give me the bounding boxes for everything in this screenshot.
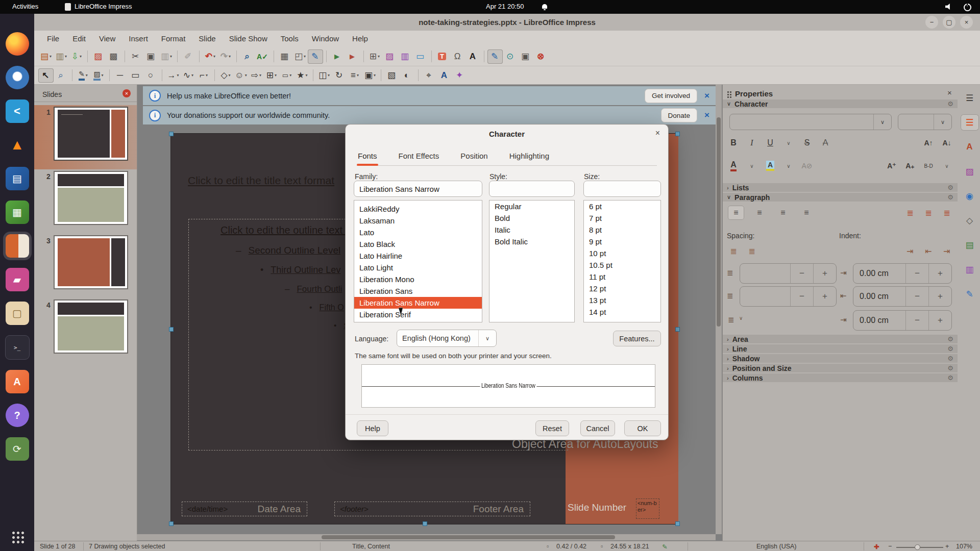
lines-arrows-icon[interactable]: → ▾: [165, 68, 181, 83]
section-columns[interactable]: › Columns ⚙: [723, 373, 958, 382]
tab-fonts[interactable]: Fonts: [357, 146, 378, 165]
selection-handle[interactable]: [423, 521, 427, 526]
reset-button[interactable]: Reset: [535, 420, 569, 436]
font-option[interactable]: Laksaman: [354, 215, 482, 227]
selection-handle[interactable]: [169, 132, 174, 136]
dock-firefox[interactable]: [6, 32, 29, 56]
zoom-slider-thumb[interactable]: [915, 544, 920, 550]
rectangle-icon[interactable]: ▭: [128, 68, 143, 83]
find-replace-icon[interactable]: ⌕: [240, 49, 255, 64]
get-involved-button[interactable]: Get involved: [645, 89, 697, 103]
style-input[interactable]: [489, 181, 575, 197]
shadow-text-icon[interactable]: A: [820, 137, 831, 149]
callouts-icon[interactable]: ▭ ▾: [279, 68, 295, 83]
navigator-deck-icon[interactable]: ◉: [961, 188, 979, 204]
symbol-shapes-icon[interactable]: ☺ ▾: [233, 68, 249, 83]
insert-image-icon[interactable]: ▨: [382, 49, 398, 64]
selection-handle[interactable]: [169, 327, 174, 332]
dock-impress-active[interactable]: [6, 234, 29, 258]
master-slides-deck-icon[interactable]: ▤: [961, 237, 979, 253]
subscript-icon[interactable]: A₊: [904, 160, 916, 172]
gear-icon[interactable]: ⚙: [947, 193, 953, 201]
zoom-out-icon[interactable]: −: [888, 543, 892, 550]
insert-text-icon[interactable]: T: [435, 49, 450, 64]
start-from-first-slide-icon[interactable]: ▶: [330, 49, 345, 64]
style-option[interactable]: Italic: [489, 224, 574, 236]
insert-line-icon[interactable]: ─: [113, 68, 128, 83]
features-button[interactable]: Features...: [613, 331, 661, 346]
chevron-down-icon[interactable]: ∨: [934, 114, 951, 130]
insert-comment-icon[interactable]: ⊙: [503, 49, 518, 64]
underline-dropdown-icon[interactable]: ∨: [783, 137, 794, 149]
size-option[interactable]: 9 pt: [584, 236, 660, 247]
font-option[interactable]: Lato Hairline: [354, 250, 482, 262]
new-icon[interactable]: ▤ ▾: [38, 49, 54, 64]
first-line-indent-icon[interactable]: ⇥: [941, 245, 952, 257]
font-color-dropdown-icon[interactable]: ∨: [746, 160, 757, 172]
print-icon[interactable]: ▩: [106, 49, 121, 64]
gear-icon[interactable]: ⚙: [947, 355, 953, 362]
align-left-icon[interactable]: ≡: [728, 206, 744, 220]
slide-thumb-2[interactable]: 2: [34, 169, 137, 234]
ok-button[interactable]: OK: [624, 420, 661, 436]
italic-icon[interactable]: I: [746, 137, 757, 149]
activities-button[interactable]: Activities: [12, 3, 38, 10]
align-center-icon[interactable]: ≡: [751, 206, 768, 220]
clock[interactable]: Apr 21 20:50: [486, 3, 524, 10]
font-icon[interactable]: A: [465, 49, 481, 64]
menu-item[interactable]: Slide: [192, 31, 222, 47]
dock-calc[interactable]: ▦: [6, 201, 29, 224]
statusbar-language[interactable]: English (USA): [756, 543, 797, 550]
minus-button[interactable]: −: [905, 264, 928, 283]
start-from-current-slide-icon[interactable]: ▶: [345, 49, 360, 64]
dock-vlc[interactable]: ▲: [6, 133, 29, 157]
align-icon[interactable]: ≡ ▾: [347, 68, 362, 83]
size-option[interactable]: 8 pt: [584, 224, 660, 236]
section-character[interactable]: ∨ Character ⚙: [723, 99, 958, 108]
properties-close-icon[interactable]: ×: [947, 88, 952, 97]
section-area[interactable]: › Area ⚙: [723, 335, 958, 343]
align-right-icon[interactable]: ≡: [775, 206, 791, 220]
line-color-icon[interactable]: ✎ ▾: [76, 68, 91, 83]
show-comments-icon[interactable]: ▣: [518, 49, 533, 64]
undo-icon[interactable]: ↶ ▾: [203, 49, 218, 64]
styles-deck-icon[interactable]: A: [961, 139, 979, 155]
show-applications-icon[interactable]: [11, 530, 24, 543]
spacing-between-icon[interactable]: ≣: [923, 207, 934, 219]
increase-indent-icon[interactable]: ⇥: [904, 245, 916, 257]
fill-color-icon[interactable]: ▨ ▾: [91, 68, 106, 83]
font-color-icon[interactable]: A: [728, 160, 739, 172]
chevron-down-icon[interactable]: ∨: [478, 330, 496, 346]
highlight-color-icon[interactable]: A: [765, 160, 776, 172]
size-option[interactable]: 7 pt: [584, 212, 660, 224]
open-icon[interactable]: ▥ ▾: [54, 49, 69, 64]
no-character-format-icon[interactable]: A⊘: [801, 160, 813, 172]
spacing-above-icon[interactable]: ≣: [904, 207, 916, 219]
highlight-dropdown-icon[interactable]: ∨: [783, 160, 794, 172]
size-option[interactable]: 10 pt: [584, 247, 660, 259]
gear-icon[interactable]: ⚙: [947, 100, 953, 108]
size-option[interactable]: 14 pt: [584, 306, 660, 318]
dock-help[interactable]: ?: [6, 404, 29, 427]
font-option[interactable]: Lato Light: [354, 262, 482, 273]
vertical-scrollbar[interactable]: [716, 85, 722, 534]
draw-pen-icon[interactable]: ✎: [487, 49, 503, 64]
section-shadow[interactable]: › Shadow ⚙: [723, 354, 958, 363]
first-line-indent-spinner[interactable]: 0.00 cm −+: [853, 310, 952, 331]
animation-deck-icon[interactable]: ▥: [961, 261, 979, 278]
selection-handle[interactable]: [675, 521, 680, 526]
infobar-close-icon[interactable]: ×: [704, 91, 709, 101]
size-option[interactable]: 11 pt: [584, 271, 660, 283]
slide-thumb-4[interactable]: 4: [34, 298, 137, 362]
connectors-icon[interactable]: ⌐ ▾: [196, 68, 211, 83]
close-button[interactable]: ×: [960, 16, 973, 29]
decrease-indent-icon[interactable]: ⇤: [923, 245, 934, 257]
font-size-combo[interactable]: ∨: [898, 114, 952, 130]
dock-terminal[interactable]: >_: [5, 335, 30, 360]
menu-item[interactable]: File: [40, 31, 66, 47]
spacing-dropdown-icon[interactable]: ∨: [941, 160, 952, 172]
decrease-font-icon[interactable]: A↓: [941, 137, 952, 149]
slide-number-placeholder[interactable]: <num-ber>: [636, 498, 659, 519]
outline-placeholder[interactable]: Click to edit the outline text f –Second…: [213, 224, 351, 338]
spelling-icon[interactable]: A✓: [255, 49, 271, 64]
